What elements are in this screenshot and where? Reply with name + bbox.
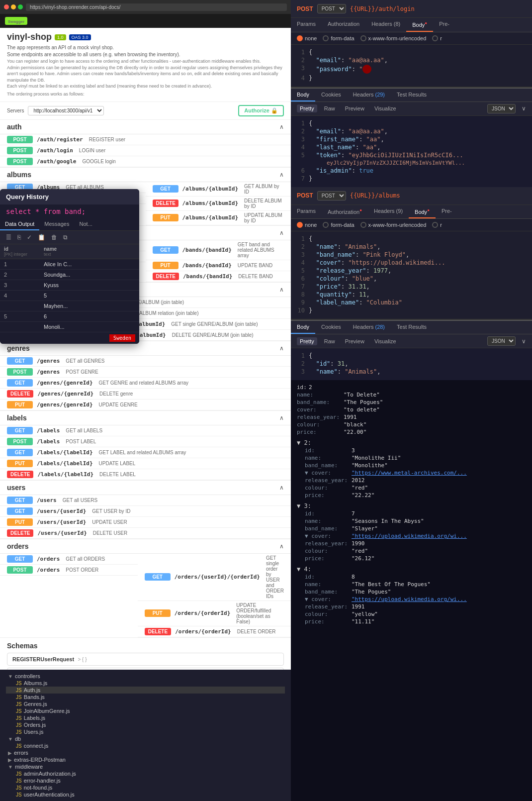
albums-radio-r[interactable]: r <box>432 222 442 228</box>
albums-tab-pre[interactable]: Pre- <box>436 205 458 219</box>
endpoint-post-google[interactable]: POST /auth/google GOOGLE login <box>0 156 291 167</box>
albums-radio-none[interactable]: none <box>297 222 317 228</box>
endpoint-get-order-id[interactable]: GET /orders/{userId}/{orderId} GET singl… <box>138 554 291 601</box>
resp-tab-tests[interactable]: Test Results <box>391 89 433 101</box>
albums-resp-cookies[interactable]: Cookies <box>315 321 347 334</box>
albums-resp-headers[interactable]: Headers (28) <box>347 321 391 334</box>
albums-fmt-pretty[interactable]: Pretty <box>297 337 317 345</box>
tab-params[interactable]: Params <box>291 18 322 32</box>
dot-yellow[interactable] <box>11 4 16 9</box>
albums-tab-params[interactable]: Params <box>291 205 322 219</box>
albums-fmt-raw[interactable]: Raw <box>321 337 338 345</box>
tree-notfound-js[interactable]: JS not-found.js <box>6 784 285 791</box>
tree-errorhandler-js[interactable]: JS error-handler.js <box>6 777 285 784</box>
endpoint-put-user-id[interactable]: PUT /users/{userId} UPDATE USER <box>0 517 291 528</box>
qh-btn-filter[interactable]: ⧉ <box>61 233 70 242</box>
qh-btn-paste[interactable]: 📋 <box>36 233 47 242</box>
endpoint-post-login[interactable]: POST /auth/login LOGIN user <box>0 145 291 156</box>
labels-header[interactable]: labels ∧ <box>0 411 291 425</box>
endpoint-put-genre-id[interactable]: PUT /genres/{genreId} UPDATE GENRE <box>0 400 291 410</box>
endpoint-post-labels[interactable]: POST /labels POST LABEL <box>0 436 291 447</box>
qh-btn-copy[interactable]: ⎘ <box>15 233 23 242</box>
tab-not[interactable]: Not... <box>74 218 97 230</box>
users-header[interactable]: users ∧ <box>0 481 291 495</box>
tree-userauth-js[interactable]: JS userAuthentication.js <box>6 791 285 798</box>
tree-controllers[interactable]: ▼ controllers <box>6 673 285 680</box>
albums-resp-body[interactable]: Body <box>291 321 315 334</box>
tab-pre[interactable]: Pre- <box>433 18 455 32</box>
fmt-preview[interactable]: Preview <box>342 104 367 112</box>
endpoint-get-band-id[interactable]: GET /bands/{bandId} GET band and related… <box>146 240 291 260</box>
fmt-raw[interactable]: Raw <box>321 104 338 112</box>
endpoint-post-orders[interactable]: POST /orders POST ORDER <box>0 565 138 576</box>
endpoint-get-genre-id[interactable]: GET /genres/{genreId} GET GENRE and rela… <box>0 378 291 389</box>
tab-authorization[interactable]: Authorization <box>322 18 365 32</box>
qh-row-3[interactable]: 3 Kyuss <box>0 280 139 291</box>
radio-r[interactable]: r <box>432 35 442 41</box>
qh-row-6[interactable]: 5 6 <box>0 311 139 322</box>
endpoint-put-label-id[interactable]: PUT /labels/{labelId} UPDATE LABEL <box>0 458 291 469</box>
endpoint-delete-label-id[interactable]: DELETE /labels/{labelId} DELETE LABEL <box>0 469 291 480</box>
qh-row-2[interactable]: 2 Soundga... <box>0 270 139 280</box>
radio-none[interactable]: none <box>297 35 317 41</box>
tree-orders-js[interactable]: JS Orders.js <box>6 721 285 728</box>
endpoint-get-orders[interactable]: GET /orders GET all ORDERS <box>0 554 138 565</box>
albums-tab-authorization[interactable]: Authorization● <box>322 205 368 219</box>
resp-tab-cookies[interactable]: Cookies <box>315 89 347 101</box>
authorize-button[interactable]: Authorize 🔒 <box>238 105 284 116</box>
auth-body-editor[interactable]: 1 { 2 "email": "aa@aa.aa", 3 "password":… <box>291 45 532 87</box>
tree-bands-js[interactable]: JS Bands.js <box>6 694 285 701</box>
albums-body-editor[interactable]: 1{ 2 "name": "Animals", 3 "band_name": "… <box>291 231 532 319</box>
qh-row-7[interactable]: Monoli... <box>0 322 139 332</box>
qh-row-1[interactable]: 1 Alice In C... <box>0 259 139 270</box>
endpoint-delete-genre-id[interactable]: DELETE /genres/{genreId} DELETE genre <box>0 389 291 400</box>
endpoint-get-labels[interactable]: GET /labels GET all LABELS <box>0 425 291 436</box>
schema-register[interactable]: REGISTERUserRequest > { } <box>7 653 284 666</box>
albums-fmt-visualize[interactable]: Visualize <box>371 337 399 345</box>
qh-btn-list[interactable]: ☰ <box>4 233 13 242</box>
albums-method-dropdown[interactable]: POST <box>317 191 346 200</box>
tree-db[interactable]: ▼ db <box>6 735 285 742</box>
albums-radio-form-data[interactable]: form-data <box>323 222 354 228</box>
endpoint-delete-order-id[interactable]: DELETE /orders/{orderId} DELETE ORDER <box>138 626 291 637</box>
method-dropdown[interactable]: POST <box>317 4 346 13</box>
endpoint-put-album-id[interactable]: PUT /albums/{albumId} UPDATE ALBUM by ID <box>146 211 291 225</box>
server-select[interactable]: http://localhost:3000/api/v1 <box>28 106 104 115</box>
albums-fmt-select[interactable]: JSON <box>487 336 516 346</box>
endpoint-get-genres[interactable]: GET /genres GET all GENRES <box>0 356 291 367</box>
fmt-pretty[interactable]: Pretty <box>297 104 317 112</box>
endpoint-put-band-id[interactable]: PUT /bands/{bandId} UPDATE BAND <box>146 260 291 271</box>
resp-tab-body[interactable]: Body <box>291 89 315 101</box>
dot-red[interactable] <box>4 4 9 9</box>
albums-tab-headers[interactable]: Headers (9) <box>368 205 409 219</box>
endpoint-get-users[interactable]: GET /users GET all USERS <box>0 495 291 506</box>
qh-row-4[interactable]: 4 5 <box>0 291 139 301</box>
fmt-visualize[interactable]: Visualize <box>371 104 399 112</box>
radio-form-data[interactable]: form-data <box>323 35 354 41</box>
tree-auth-js[interactable]: JS Auth.js <box>6 687 285 694</box>
albums-header[interactable]: albums ∧ <box>0 168 291 182</box>
albums-tab-body[interactable]: Body● <box>409 205 436 219</box>
tree-users-js[interactable]: JS Users.js <box>6 728 285 735</box>
tree-errors[interactable]: ▶ errors <box>6 749 285 756</box>
endpoint-post-genres[interactable]: POST /genres POST GENRE <box>0 367 291 378</box>
tree-extras[interactable]: ▶ extras-ERD-Postman <box>6 756 285 763</box>
qh-btn-check[interactable]: ✓ <box>25 233 34 242</box>
orders-header[interactable]: orders ∧ <box>0 539 291 554</box>
endpoint-put-order-id[interactable]: PUT /orders/{orderId} UPDATE ORDER/fulfi… <box>138 601 291 626</box>
endpoint-post-register[interactable]: POST /auth/register REGISTER user <box>0 134 291 145</box>
tree-albums-js[interactable]: JS Albums.js <box>6 680 285 687</box>
fmt-select[interactable]: JSON <box>487 104 516 113</box>
endpoint-delete-band-id[interactable]: DELETE /bands/{bandId} DELETE BAND <box>146 271 291 282</box>
tab-headers-8[interactable]: Headers (8) <box>365 18 406 32</box>
albums-radio-urlencoded[interactable]: x-www-form-urlencoded <box>360 222 427 228</box>
endpoint-get-user-id[interactable]: GET /users/{userId} GET USER by ID <box>0 506 291 517</box>
radio-urlencoded[interactable]: x-www-form-urlencoded <box>360 35 427 41</box>
tab-messages[interactable]: Messages <box>39 218 74 230</box>
tab-body[interactable]: Body● <box>406 18 433 32</box>
tab-data-output[interactable]: Data Output <box>0 218 39 230</box>
tree-labels-js[interactable]: JS Labels.js <box>6 714 285 721</box>
tree-connect-js[interactable]: JS connect.js <box>6 742 285 749</box>
tree-joinalbumgenre-js[interactable]: JS JoinAlbumGenre.js <box>6 707 285 714</box>
albums-fmt-preview[interactable]: Preview <box>342 337 367 345</box>
